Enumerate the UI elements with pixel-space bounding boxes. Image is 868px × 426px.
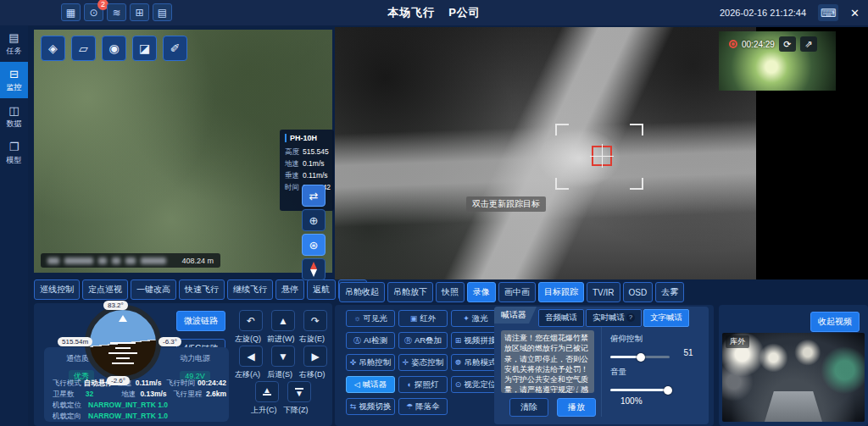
ruler-icon: ▱ xyxy=(79,41,88,55)
sidebar-item-data[interactable]: ◫ 数据 xyxy=(0,98,28,135)
refresh-video-button[interactable]: ⟳ xyxy=(779,36,796,52)
return-home-button[interactable]: 返航 xyxy=(307,279,336,300)
collapse-video-button[interactable]: 收起视频 xyxy=(810,312,860,332)
main-video[interactable]: 双击更新跟踪目标 00:24:29 ⟳ ⇗ xyxy=(335,27,868,279)
loudspeaker-panel-title: 喊话器 xyxy=(494,307,537,324)
visual-pos-icon: ⊙ xyxy=(455,380,462,389)
change-altitude-button[interactable]: 一键改高 xyxy=(131,279,176,300)
altitude-readout: 515.54m xyxy=(58,337,92,346)
parachute-button[interactable]: ☂降落伞 xyxy=(398,398,448,415)
pod-retract-tab[interactable]: 吊舱收起 xyxy=(339,282,385,302)
play-button[interactable]: 播放 xyxy=(557,398,596,417)
rotate-right-button[interactable]: ↷ xyxy=(303,310,327,331)
thermal-image xyxy=(335,27,756,279)
swap-view-button[interactable]: ⇄ xyxy=(302,185,326,207)
measure-button[interactable]: ▱ xyxy=(71,36,96,61)
pod-deploy-tab[interactable]: 吊舱放下 xyxy=(387,282,433,302)
pod-mode-button[interactable]: ☸吊舱模式 xyxy=(451,354,500,371)
hangar-ramp xyxy=(765,391,822,422)
volume-label: 音量 xyxy=(610,367,704,378)
eraser-button[interactable]: ◪ xyxy=(132,36,157,61)
sidebar-item-monitor[interactable]: ⊟ 监控 xyxy=(0,62,28,98)
share-video-button[interactable]: ⇗ xyxy=(800,36,817,52)
map-view[interactable]: ◈ ▱ ◉ ◪ ✐ PH-10H 高度515.545 地速0.1m/s 垂速0.… xyxy=(34,30,332,273)
audio-broadcast-tab[interactable]: 音频喊话 xyxy=(538,309,584,327)
realtime-broadcast-tab[interactable]: 实时喊话? xyxy=(586,309,642,327)
compass-button[interactable] xyxy=(302,258,326,280)
attitude-control-button[interactable]: ✛姿态控制 xyxy=(398,354,448,371)
hangar-camera-video[interactable]: 库外 xyxy=(722,333,865,422)
rotate-left-button[interactable]: ↶ xyxy=(239,310,263,331)
continue-flight-button[interactable]: 继续飞行 xyxy=(227,279,273,300)
keyboard-icon: ⌨ xyxy=(821,7,837,19)
arrow-right-icon: ▶ xyxy=(311,351,319,362)
point-patrol-button[interactable]: 定点巡视 xyxy=(82,279,128,300)
pod-control-button[interactable]: ✜吊舱控制 xyxy=(346,354,395,371)
route-menu-button[interactable]: ≋ xyxy=(107,3,126,21)
globe-button[interactable]: ⊛ xyxy=(302,234,326,256)
line-patrol-button[interactable]: 巡线控制 xyxy=(34,279,80,300)
layers-button[interactable]: ◈ xyxy=(41,36,65,61)
visual-positioning-button[interactable]: ⊙视觉定位 xyxy=(451,376,500,393)
flight-title: 本场飞行 xyxy=(387,6,435,19)
snapshot-tab[interactable]: 快照 xyxy=(436,282,465,302)
ar-overlay-button[interactable]: ⓇAR叠加 xyxy=(398,332,448,349)
tv-ir-tab[interactable]: TV/IR xyxy=(587,282,620,302)
map-scalebar: 408.24 m xyxy=(41,253,220,268)
hover-button[interactable]: 悬停 xyxy=(275,279,304,300)
heading-readout: 83.2° xyxy=(103,301,128,310)
keyboard-button[interactable]: ⌨ xyxy=(818,4,838,21)
visible-light-button[interactable]: ☼可见光 xyxy=(346,310,395,327)
clear-button[interactable]: 清除 xyxy=(509,398,548,417)
target-track-tab[interactable]: 目标跟踪 xyxy=(538,282,584,302)
switch-video-icon: ⇆ xyxy=(350,402,357,411)
redacted-coordinate xyxy=(98,257,107,264)
osd-tab[interactable]: OSD xyxy=(623,282,654,302)
pin-button[interactable]: ✐ xyxy=(163,36,187,61)
sidebar-item-task[interactable]: ▤ 任务 xyxy=(0,25,28,62)
loudspeaker-button[interactable]: ◁喊话器 xyxy=(346,376,395,393)
eraser-icon: ◪ xyxy=(139,41,150,55)
searchlight-button[interactable]: ◐探照灯 xyxy=(398,376,448,393)
altitude-label: 高度 xyxy=(285,146,299,158)
laser-button[interactable]: ✦激光 xyxy=(451,310,500,327)
sidebar-item-model[interactable]: ❐ 模型 xyxy=(0,135,28,171)
broadcast-text-input[interactable]: 请注意！您在烟花爆竹禁放区域的燃放行为已被记录，请立即停止，否则公安机关将依法给… xyxy=(501,330,594,393)
forward-button[interactable]: ▲ xyxy=(271,310,295,331)
defog-tab[interactable]: 去雾 xyxy=(655,282,684,302)
data-icon: ◫ xyxy=(8,104,19,117)
model-icon: ❐ xyxy=(9,141,19,153)
video-switch-button[interactable]: ⇆视频切换 xyxy=(346,398,395,415)
fast-flight-button[interactable]: 快速飞行 xyxy=(179,279,225,300)
infrared-button[interactable]: ▣红外 xyxy=(398,310,448,327)
descend-button[interactable]: ▼ xyxy=(287,381,311,402)
volume-value: 100% xyxy=(620,396,643,406)
device-menu-button[interactable]: ▦ xyxy=(61,3,81,21)
rotate-left-icon: ↶ xyxy=(247,315,255,327)
locate-button[interactable]: ⊕ xyxy=(302,209,326,231)
recorder-menu-button[interactable]: ⊞ xyxy=(130,3,149,21)
ai-detect-button[interactable]: ⒶAI检测 xyxy=(346,332,395,349)
map-controls: ⇄ ⊕ ⊛ xyxy=(302,185,326,280)
ascend-icon: ▲ xyxy=(263,388,271,396)
pitch-slider[interactable] xyxy=(610,356,670,358)
ascend-button[interactable]: ▲ xyxy=(255,381,279,402)
speaker-sliders: 俯仰控制 51 音量 100% xyxy=(601,327,704,417)
parachute-icon: ☂ xyxy=(406,402,413,411)
backward-button[interactable]: ▼ xyxy=(271,346,295,367)
video-stitch-button[interactable]: ⊞视频拼接 xyxy=(451,332,500,349)
marker-button[interactable]: ◉ xyxy=(102,36,126,61)
console-menu-button[interactable]: ▤ xyxy=(153,3,172,21)
microwave-link-button[interactable]: 微波链路 xyxy=(176,311,225,331)
volume-slider[interactable] xyxy=(610,389,670,391)
close-button[interactable]: ✕ xyxy=(850,7,860,19)
record-tab[interactable]: 录像 xyxy=(467,282,496,302)
pitch-control-label: 俯仰控制 xyxy=(610,334,704,345)
move-right-button[interactable]: ▶ xyxy=(303,346,327,367)
pip-tab[interactable]: 画中画 xyxy=(498,282,536,302)
move-left-button[interactable]: ◀ xyxy=(239,346,263,367)
text-broadcast-tab[interactable]: 文字喊话 xyxy=(643,309,689,327)
rotate-right-icon: ↷ xyxy=(311,315,320,327)
camera-menu-button[interactable]: ⊙2 xyxy=(84,3,103,21)
map-toolbar: ◈ ▱ ◉ ◪ ✐ xyxy=(41,36,187,61)
